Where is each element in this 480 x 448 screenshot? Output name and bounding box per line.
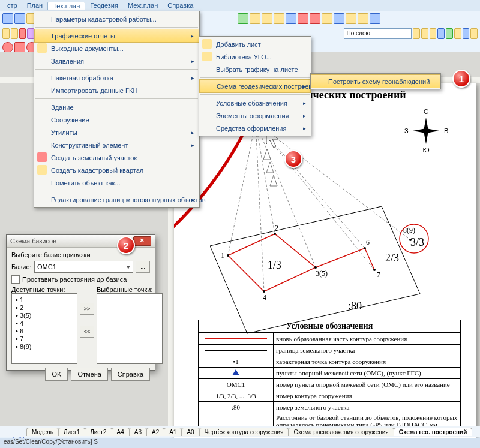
menu-item[interactable]: Библиотека УГО...: [199, 50, 311, 63]
basis-combo[interactable]: ОМС1: [34, 261, 133, 273]
menu-item[interactable]: Средства оформления: [199, 122, 311, 134]
menu-item[interactable]: Условные обозначения: [199, 97, 311, 109]
menu-item[interactable]: Пакетная обработка: [34, 71, 199, 84]
svg-text:З: З: [404, 127, 409, 134]
sheet-tab[interactable]: Схема расположения сооружения: [288, 428, 394, 436]
tool-i[interactable]: [346, 13, 356, 24]
sheet-tab[interactable]: A1: [164, 428, 182, 436]
tool-b[interactable]: [262, 13, 272, 24]
svg-marker-16: [263, 149, 271, 160]
menu-item-1[interactable]: План: [22, 2, 48, 9]
avail-label: Доступные точки:: [11, 286, 77, 293]
menu-item-4[interactable]: Меж.план: [123, 2, 163, 9]
cancel-button[interactable]: Отмена: [71, 368, 107, 381]
sheet-tab[interactable]: Лист1: [58, 428, 85, 436]
tool2-g[interactable]: [413, 28, 420, 39]
menu-item[interactable]: Создать кадастровый квартал: [34, 164, 199, 176]
tool-e[interactable]: [298, 13, 308, 24]
tool-f[interactable]: [310, 13, 320, 24]
menu-item-3[interactable]: Геодезия: [85, 2, 123, 9]
svg-text:1: 1: [221, 251, 224, 260]
sheet-tab[interactable]: A2: [146, 428, 164, 436]
menu-item[interactable]: Заявления: [34, 55, 199, 67]
dialog-title: Схема базисов: [10, 237, 56, 245]
dist-checkbox[interactable]: [11, 275, 20, 284]
menu-item[interactable]: Утилиты: [34, 126, 199, 139]
tool2-k[interactable]: [446, 28, 453, 39]
sheet-tab[interactable]: A3: [129, 428, 147, 436]
svg-line-14: [256, 122, 410, 240]
svg-text:Ю: Ю: [422, 146, 429, 154]
list-item[interactable]: 6: [16, 327, 73, 335]
tool-zoom[interactable]: [2, 13, 13, 24]
tool2-a[interactable]: [2, 28, 10, 39]
list-item[interactable]: 8(9): [16, 343, 73, 351]
tool-c[interactable]: [274, 13, 284, 24]
list-item[interactable]: 7: [16, 335, 73, 343]
tool-sel[interactable]: [238, 13, 248, 24]
tool-pan[interactable]: [14, 13, 25, 24]
sheet-tab[interactable]: Лист2: [85, 428, 112, 436]
tool2-h[interactable]: [421, 28, 428, 39]
close-icon[interactable]: ✕: [133, 236, 151, 246]
selected-listbox[interactable]: [97, 293, 163, 364]
menu-item[interactable]: Параметры кадастровой работы...: [34, 13, 199, 25]
sheet-tab[interactable]: A0: [181, 428, 199, 436]
tool-d[interactable]: [286, 13, 296, 24]
tool2-m[interactable]: [463, 28, 470, 39]
callout-2: 2: [117, 236, 135, 254]
menu-item[interactable]: Элементы оформления: [199, 109, 311, 122]
menu-item-2[interactable]: Тех.план: [47, 2, 85, 10]
tool-k[interactable]: [370, 13, 380, 24]
svg-text:3/3: 3/3: [410, 236, 424, 248]
svg-marker-1: [413, 128, 439, 133]
svg-text:1/3: 1/3: [268, 259, 281, 271]
ok-button[interactable]: OK: [45, 368, 68, 381]
tool2-i[interactable]: [430, 28, 437, 39]
move-left-button[interactable]: <<: [80, 326, 94, 338]
tool2-c[interactable]: [19, 28, 26, 39]
menu-item[interactable]: Сооружение: [34, 113, 199, 126]
menu-item[interactable]: Конструктивный элемент: [34, 139, 199, 151]
tool2-n[interactable]: [470, 28, 478, 39]
sheet-tab[interactable]: A4: [112, 428, 130, 436]
list-item[interactable]: 4: [16, 320, 73, 327]
layer-field[interactable]: По слою: [344, 28, 412, 39]
basis-more-button[interactable]: ...: [136, 261, 150, 273]
menu-item[interactable]: Графические отчёты: [34, 29, 199, 43]
svg-text:7: 7: [377, 270, 380, 279]
menu-item[interactable]: Схема геодезических построений: [199, 79, 311, 93]
menu-item-5[interactable]: Справка: [163, 2, 198, 9]
tool2-l[interactable]: [454, 28, 461, 39]
sheet-tab[interactable]: Схема гео. построений: [394, 428, 473, 436]
tool2-b[interactable]: [11, 28, 18, 39]
menu-item[interactable]: Здание: [34, 101, 199, 113]
list-item[interactable]: 2: [16, 304, 73, 312]
menu-item[interactable]: Импортировать данные ГКН: [34, 84, 199, 97]
tool-g[interactable]: [322, 13, 332, 24]
sheet-tabs: МодельЛист1Лист2A4A3A2A1A0Чертёж контура…: [0, 426, 480, 437]
svg-line-8: [228, 122, 256, 255]
tool-h[interactable]: [334, 13, 344, 24]
svg-marker-18: [270, 175, 277, 186]
tool-a[interactable]: [250, 13, 260, 24]
menu-item[interactable]: Выбрать графику на листе: [199, 63, 311, 76]
sheet-tab[interactable]: Чертёж контура сооружения: [199, 428, 289, 436]
sheet-tab[interactable]: Модель: [26, 428, 59, 436]
sel-label: Выбранные точки:: [97, 286, 163, 293]
menu-item[interactable]: Выходные документы...: [34, 42, 199, 55]
move-right-button[interactable]: >>: [80, 303, 94, 315]
menu-item[interactable]: Пометить объект как...: [34, 176, 199, 189]
list-item[interactable]: 1: [16, 296, 73, 304]
help-button[interactable]: Справка: [111, 368, 150, 381]
list-item[interactable]: 3(5): [16, 312, 73, 320]
menu-item-0[interactable]: стр: [2, 2, 22, 9]
available-listbox[interactable]: 123(5)4678(9): [11, 293, 77, 364]
tool2-j[interactable]: [437, 28, 445, 39]
svg-marker-17: [266, 162, 274, 173]
menu-item[interactable]: Создать земельный участок: [34, 151, 199, 164]
menu-item[interactable]: Редактирование границ многоконтурных объ…: [34, 193, 199, 206]
tool-j[interactable]: [358, 13, 368, 24]
menu-item[interactable]: Добавить лист: [199, 38, 311, 50]
menu-item[interactable]: Построить схему геонаблюдений: [311, 74, 440, 88]
